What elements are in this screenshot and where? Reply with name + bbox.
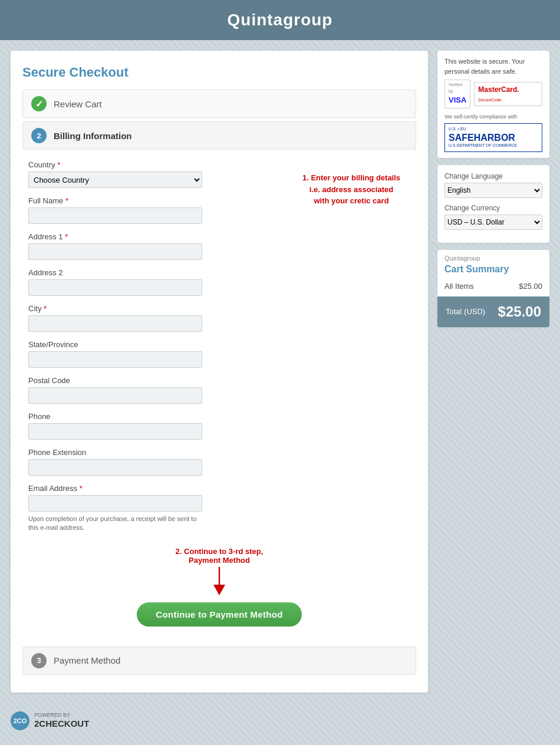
step-1-label: Review Cart [54, 99, 102, 109]
country-group: Country * Choose Country United States U… [28, 160, 275, 188]
security-box: This website is secure. Your personal de… [437, 51, 549, 158]
continue-area: 2. Continue to 3-rd step, Payment Method… [28, 541, 410, 638]
step-2-circle: 2 [31, 128, 47, 143]
step-1-circle: ✓ [31, 96, 47, 111]
state-label: State/Province [28, 340, 275, 349]
city-input[interactable] [28, 315, 202, 332]
phone-label: Phone [28, 412, 275, 421]
cart-total-label: Total (USD) [446, 307, 485, 316]
phone-ext-input[interactable] [28, 459, 202, 476]
address1-label: Address 1 * [28, 232, 275, 241]
address2-label: Address 2 [28, 268, 275, 277]
country-select[interactable]: Choose Country United States United King… [28, 172, 202, 188]
email-input[interactable] [28, 495, 202, 512]
address1-input[interactable] [28, 243, 202, 260]
arrow-down [28, 567, 410, 599]
mastercard-badge: MasterCard. SecureCode. [474, 82, 542, 106]
cart-items-amount: $25.00 [519, 282, 542, 291]
language-select[interactable]: English French German Spanish [444, 183, 542, 198]
city-group: City * [28, 304, 275, 332]
fullname-group: Full Name * [28, 196, 275, 224]
phone-ext-label: Phone Extension [28, 448, 275, 457]
step-2-label: Billing Information [54, 131, 132, 141]
step-3-label: Payment Method [54, 655, 120, 665]
visa-text: VISA [449, 95, 466, 104]
visa-badge: Verified by VISA [444, 80, 470, 108]
currency-label: Change Currency [444, 204, 542, 212]
postal-group: Postal Code [28, 376, 275, 404]
cart-title: Cart Summary [437, 263, 549, 279]
state-group: State/Province [28, 340, 275, 368]
main-container: Secure Checkout ✓ Review Cart 2 Billing … [0, 40, 560, 703]
fullname-input[interactable] [28, 207, 202, 224]
currency-select[interactable]: USD – U.S. Dollar EUR – Euro GBP – Briti… [444, 215, 542, 230]
continue-button[interactable]: Continue to Payment Method [137, 602, 301, 627]
step-1-bar: ✓ Review Cart [22, 90, 416, 118]
visa-mc-row: Verified by VISA MasterCard. SecureCode. [444, 80, 542, 108]
mastercard-text: MasterCard. [478, 85, 519, 94]
lang-currency-box: Change Language English French German Sp… [437, 165, 549, 243]
step-2-bar: 2 Billing Information [22, 121, 416, 150]
cart-total-amount: $25.00 [498, 304, 541, 320]
right-panel: This website is secure. Your personal de… [437, 51, 549, 327]
postal-input[interactable] [28, 387, 202, 404]
dept-text: U.S DEPARTMENT OF COMMERCE [449, 143, 538, 149]
powered-by: POWERED BY 2CHECKOUT [34, 712, 89, 729]
cart-total-bar: Total (USD) $25.00 [437, 296, 549, 327]
country-label: Country * [28, 160, 275, 169]
state-input[interactable] [28, 351, 202, 368]
city-label: City * [28, 304, 275, 313]
step-3-bar: 3 Payment Method [22, 647, 416, 675]
safeharbor-box: U.S. • EU SAFEHARBOR U.S DEPARTMENT OF C… [444, 123, 542, 152]
address1-group: Address 1 * [28, 232, 275, 260]
phone-ext-group: Phone Extension [28, 448, 275, 476]
footer: 2CO POWERED BY 2CHECKOUT [0, 703, 560, 739]
left-panel: Secure Checkout ✓ Review Cart 2 Billing … [11, 51, 428, 693]
svg-marker-1 [213, 585, 225, 595]
page-title: Secure Checkout [22, 65, 416, 80]
safeharbor-text: SAFEHARBOR [449, 133, 538, 143]
postal-label: Postal Code [28, 376, 275, 385]
phone-group: Phone [28, 412, 275, 440]
continue-callout: 2. Continue to 3-rd step, Payment Method [28, 547, 410, 565]
verified-by-label: Verified by [449, 82, 466, 94]
cart-items-row: All Items $25.00 [437, 279, 549, 296]
cart-merchant: Quintagroup [437, 250, 549, 263]
language-label: Change Language [444, 172, 542, 180]
email-group: Email Address * Upon completion of your … [28, 484, 275, 533]
email-label: Email Address * [28, 484, 275, 493]
arrow-icon [207, 567, 231, 596]
cart-summary-box: Quintagroup Cart Summary All Items $25.0… [437, 250, 549, 327]
phone-input[interactable] [28, 423, 202, 440]
billing-fields: Country * Choose Country United States U… [28, 160, 275, 541]
address2-input[interactable] [28, 279, 202, 296]
billing-note-text: 1. Enter your billing details i.e. addre… [292, 172, 410, 207]
cart-items-label: All Items [444, 282, 474, 291]
billing-row: Country * Choose Country United States U… [28, 160, 410, 541]
email-note: Upon completion of your purchase, a rece… [28, 515, 202, 533]
header-title: Quintagroup [0, 11, 560, 29]
securecode-text: SecureCode. [478, 98, 502, 102]
certify-text: We self-certify compliance with [444, 113, 542, 121]
fullname-label: Full Name * [28, 196, 275, 205]
billing-annotation: 1. Enter your billing details i.e. addre… [292, 160, 410, 207]
address2-group: Address 2 [28, 268, 275, 296]
twocheckout-badge: 2CO [11, 711, 29, 730]
step-3-circle: 3 [31, 653, 47, 668]
billing-section: Country * Choose Country United States U… [22, 160, 416, 638]
us-eu-label: U.S. • EU [449, 126, 538, 133]
page-header: Quintagroup [0, 0, 560, 40]
security-text: This website is secure. Your personal de… [444, 57, 542, 76]
